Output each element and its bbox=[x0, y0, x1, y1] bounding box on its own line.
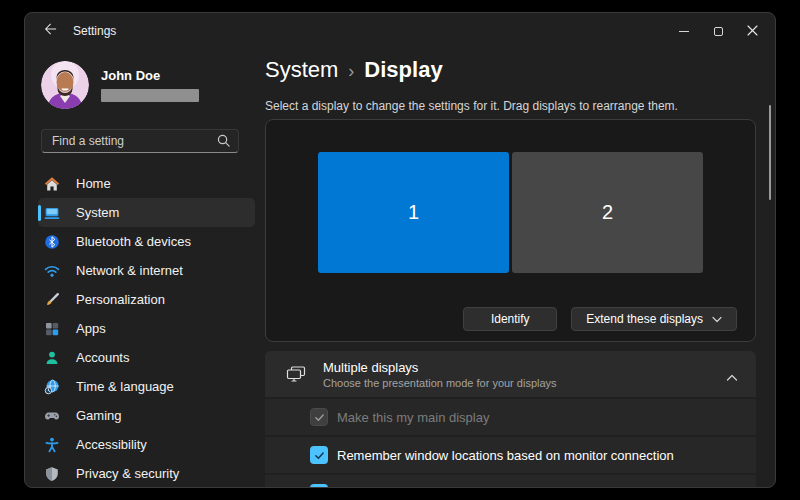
vertical-scrollbar[interactable] bbox=[769, 105, 771, 200]
search-input[interactable] bbox=[41, 129, 239, 153]
sidebar-item-accessibility[interactable]: Accessibility bbox=[38, 430, 255, 459]
sidebar-item-label: Accessibility bbox=[76, 437, 147, 452]
close-icon bbox=[747, 22, 758, 40]
option-label: Remember window locations based on monit… bbox=[337, 448, 674, 463]
maximize-button[interactable] bbox=[701, 16, 735, 46]
option-label: Make this my main display bbox=[337, 410, 489, 425]
multiple-displays-card[interactable]: Multiple displays Choose the presentatio… bbox=[265, 351, 756, 397]
sidebar-item-label: Bluetooth & devices bbox=[76, 234, 191, 249]
display-arrangement-panel: 1 2 Identify Extend these displays bbox=[265, 119, 756, 342]
sidebar-item-privacy-security[interactable]: Privacy & security bbox=[38, 459, 255, 488]
chevron-up-icon[interactable] bbox=[726, 368, 738, 386]
time-language-icon bbox=[44, 379, 60, 395]
apps-icon bbox=[44, 321, 60, 337]
checkbox-checked-disabled bbox=[310, 408, 328, 426]
sidebar-item-time-language[interactable]: Time & language bbox=[38, 372, 255, 401]
page-description: Select a display to change the settings … bbox=[265, 99, 756, 113]
multiple-displays-icon bbox=[285, 364, 307, 384]
option-make-main-display: Make this my main display bbox=[265, 399, 756, 435]
sidebar-item-label: Gaming bbox=[76, 408, 122, 423]
user-name: John Doe bbox=[101, 68, 199, 83]
selected-indicator bbox=[38, 205, 41, 221]
monitor-1[interactable]: 1 bbox=[318, 152, 509, 273]
sidebar-item-network-internet[interactable]: Network & internet bbox=[38, 256, 255, 285]
checkbox-checked[interactable] bbox=[310, 484, 328, 488]
sidebar-item-personalization[interactable]: Personalization bbox=[38, 285, 255, 314]
monitor-2-number: 2 bbox=[602, 201, 613, 224]
monitor-1-number: 1 bbox=[408, 201, 419, 224]
system-icon bbox=[44, 205, 60, 221]
user-email-redacted bbox=[101, 89, 199, 102]
sidebar-item-label: Accounts bbox=[76, 350, 129, 365]
avatar bbox=[41, 61, 89, 109]
option-remember-window-locations[interactable]: Remember window locations based on monit… bbox=[265, 437, 756, 473]
sidebar-item-label: Apps bbox=[76, 321, 106, 336]
accounts-icon bbox=[44, 350, 60, 366]
app-title: Settings bbox=[73, 24, 116, 38]
sidebar-item-label: System bbox=[76, 205, 119, 220]
back-button[interactable] bbox=[35, 18, 65, 44]
breadcrumb: System › Display bbox=[265, 57, 756, 83]
page-title: Display bbox=[364, 57, 442, 83]
monitor-2[interactable]: 2 bbox=[512, 152, 703, 273]
sidebar-item-bluetooth-devices[interactable]: Bluetooth & devices bbox=[38, 227, 255, 256]
sidebar-item-label: Personalization bbox=[76, 292, 165, 307]
breadcrumb-system[interactable]: System bbox=[265, 57, 338, 83]
main-content: System › Display Select a display to cha… bbox=[261, 49, 775, 488]
sidebar-nav: Home System Bluetooth & devices bbox=[25, 169, 261, 488]
sidebar-item-label: Time & language bbox=[76, 379, 174, 394]
minimize-button[interactable] bbox=[667, 16, 701, 46]
back-arrow-icon bbox=[43, 22, 57, 40]
user-profile[interactable]: John Doe bbox=[41, 61, 251, 109]
bluetooth-icon bbox=[44, 234, 60, 250]
search-icon bbox=[216, 133, 231, 152]
sidebar: John Doe Home bbox=[25, 49, 261, 488]
network-icon bbox=[44, 263, 60, 279]
sidebar-item-label: Network & internet bbox=[76, 263, 183, 278]
settings-window: Settings bbox=[24, 12, 776, 488]
titlebar: Settings bbox=[25, 13, 775, 49]
personalization-icon bbox=[44, 292, 60, 308]
sidebar-item-accounts[interactable]: Accounts bbox=[38, 343, 255, 372]
display-mode-dropdown[interactable]: Extend these displays bbox=[571, 307, 737, 331]
checkbox-checked[interactable] bbox=[310, 446, 328, 464]
accessibility-icon bbox=[44, 437, 60, 453]
sidebar-item-label: Privacy & security bbox=[76, 466, 179, 481]
sidebar-item-label: Home bbox=[76, 176, 111, 191]
sidebar-item-gaming[interactable]: Gaming bbox=[38, 401, 255, 430]
gaming-icon bbox=[44, 408, 60, 424]
chevron-down-icon bbox=[712, 312, 722, 326]
maximize-icon bbox=[714, 27, 723, 36]
sidebar-item-apps[interactable]: Apps bbox=[38, 314, 255, 343]
breadcrumb-chevron-icon: › bbox=[348, 59, 354, 82]
privacy-security-icon bbox=[44, 466, 60, 482]
option-minimize-windows-disconnected[interactable]: Minimize windows when a monitor is disco… bbox=[265, 475, 756, 488]
display-mode-label: Extend these displays bbox=[586, 312, 703, 326]
option-label: Minimize windows when a monitor is disco… bbox=[337, 486, 627, 489]
sidebar-item-system[interactable]: System bbox=[38, 198, 255, 227]
home-icon bbox=[44, 176, 60, 192]
section-title: Multiple displays bbox=[323, 360, 557, 375]
section-subtitle: Choose the presentation mode for your di… bbox=[323, 377, 557, 389]
minimize-icon bbox=[679, 31, 689, 32]
sidebar-item-home[interactable]: Home bbox=[38, 169, 255, 198]
close-button[interactable] bbox=[735, 16, 769, 46]
identify-button[interactable]: Identify bbox=[463, 307, 557, 331]
